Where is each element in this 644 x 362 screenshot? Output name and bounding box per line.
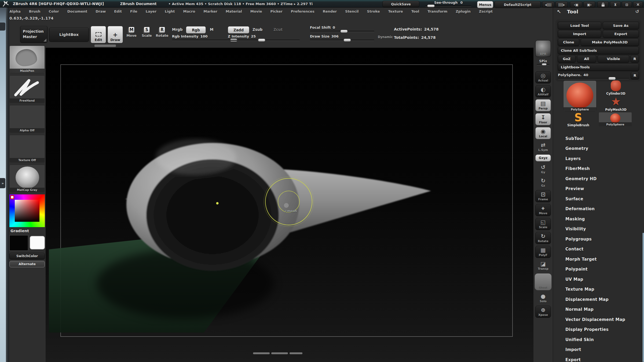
close-button[interactable]: ×	[633, 1, 643, 8]
tool-section-header[interactable]: UV Map	[553, 274, 644, 285]
viewport-control[interactable]: ● Solo	[535, 292, 551, 304]
see-through-slider[interactable]: See-through 0	[425, 1, 471, 7]
menu-item[interactable]: Zplugin	[456, 9, 470, 13]
zcut-toggle[interactable]: Zcut	[273, 27, 283, 32]
scroll-left-button[interactable]: ◂||||	[542, 1, 554, 8]
menu-item[interactable]: Movie	[250, 9, 262, 13]
current-texture-tile[interactable]: Texture Off	[9, 135, 45, 162]
slider-handle[interactable]	[344, 39, 351, 42]
scale-mode-button[interactable]: S Scale	[140, 27, 154, 38]
viewport-control[interactable]: ⌖ Move	[535, 204, 551, 216]
projection-master-button[interactable]: Projection Master	[20, 26, 47, 43]
rotate-mode-button[interactable]: R Rotate	[155, 27, 169, 38]
viewport-control[interactable]: BPR	[535, 40, 551, 57]
panel-collapse-handle[interactable]: »	[0, 178, 5, 188]
viewport-control[interactable]: ◪ Transp	[535, 260, 551, 271]
draw-mode-button[interactable]: + Draw	[108, 26, 123, 43]
tool-section-header[interactable]: Texture Map	[553, 285, 644, 295]
tool-section-header[interactable]: Normal Map	[553, 305, 644, 315]
menu-item[interactable]: File	[130, 9, 137, 13]
tool-section-header[interactable]: Morph Target	[553, 254, 644, 264]
menu-item[interactable]: Texture	[388, 9, 403, 13]
tool-thumb-polymesh3d[interactable]: ★ PolyMesh3D	[600, 96, 631, 112]
canvas-scrollbar-h[interactable]	[253, 352, 302, 354]
menus-button[interactable]: Menus	[477, 1, 493, 8]
lightbox-button[interactable]: LightBox	[49, 28, 89, 42]
tool-section-header[interactable]: Geometry	[553, 144, 644, 154]
dynamic-mode-label[interactable]: Dynamic	[378, 35, 393, 39]
tool-section-header[interactable]: Unified Skin	[553, 335, 644, 345]
viewport-control[interactable]: ↧ Floor	[535, 113, 551, 125]
menu-item[interactable]: Transform	[427, 9, 447, 13]
import-button[interactable]: Import	[558, 30, 601, 38]
goz-button[interactable]: GoZ	[558, 55, 576, 62]
lightbox-tools-button[interactable]: Lightbox▸Tools	[558, 64, 639, 71]
alternate-button[interactable]: Alternate	[9, 261, 45, 267]
menu-item[interactable]: Color	[49, 9, 59, 13]
make-polymesh3d-button[interactable]: Make PolyMesh3D	[581, 39, 639, 46]
zsub-toggle[interactable]: Zsub	[253, 27, 262, 32]
menu-item[interactable]: Layer	[146, 9, 156, 13]
m-toggle[interactable]: M	[210, 27, 213, 32]
tool-section-header[interactable]: Export	[553, 355, 644, 362]
tool-section-header[interactable]: Polypaint	[553, 264, 644, 275]
goz-r-button[interactable]: R	[631, 55, 639, 62]
tool-section-header[interactable]: Surface	[553, 194, 644, 204]
color-picker[interactable]	[9, 194, 45, 227]
switch-color-button[interactable]: SwitchColor	[9, 253, 45, 259]
current-brush-tile[interactable]: MaskPen	[9, 46, 45, 73]
menu-item[interactable]: Picker	[270, 9, 282, 13]
viewport-control[interactable]: ◉ Local	[535, 127, 551, 139]
menu-item[interactable]: Zscript	[479, 9, 493, 13]
window-back-button[interactable]: ‹▣	[570, 1, 582, 8]
tool-section-header[interactable]: Preview	[553, 184, 644, 194]
menu-item[interactable]: Render	[323, 9, 337, 13]
menu-item[interactable]: Stencil	[345, 9, 358, 13]
viewport-control[interactable]: ◎ Actual	[535, 71, 551, 83]
document-canvas[interactable]: +mesh	[46, 48, 533, 362]
saturation-square[interactable]	[15, 200, 39, 222]
tool-thumb-simplebrush[interactable]: S SimpleBrush	[563, 112, 594, 127]
tool-panel-scrollbar[interactable]	[643, 233, 644, 362]
lock-button[interactable]	[597, 1, 609, 8]
tool-section-header[interactable]: Geometry HD	[553, 174, 644, 184]
mrgb-toggle[interactable]: Mrgb	[172, 27, 182, 32]
tool-thumb-polysphere[interactable]: PolySphere	[599, 112, 632, 127]
gradient-label[interactable]: Gradient	[10, 229, 45, 233]
z-intensity-slider[interactable]: Z Intensity 25	[228, 34, 300, 41]
menu-item[interactable]: Stroke	[367, 9, 380, 13]
main-color-swatch[interactable]	[9, 235, 28, 251]
viewport-control[interactable]: ↺ Gy	[535, 163, 551, 175]
menu-item[interactable]: Document	[67, 9, 87, 13]
viewport-control[interactable]: ◱ Scale	[535, 218, 551, 230]
viewport-control[interactable]: ▤ Persp	[535, 99, 551, 111]
menu-item[interactable]: Macro	[183, 9, 195, 13]
goz-all-button[interactable]: All	[577, 55, 596, 62]
tool-section-header[interactable]: SubTool	[553, 134, 644, 144]
viewport-control[interactable]: ◐ AAHalf	[535, 85, 551, 97]
export-button[interactable]: Export	[603, 30, 639, 38]
panel-reload-icon[interactable]: ↺	[635, 9, 639, 14]
window-forward-button[interactable]: ▣›	[583, 1, 595, 8]
viewport-control[interactable]: ⊡ Frame	[535, 190, 551, 202]
menu-item[interactable]: Alpha	[9, 9, 21, 13]
tool-section-header[interactable]: Contact	[553, 244, 644, 254]
slider-handle[interactable]	[341, 30, 348, 33]
selected-tool-thumb[interactable]: PolySphere	[563, 80, 597, 112]
viewport-control[interactable]: Ghost	[535, 273, 552, 290]
viewport-control[interactable]: ↻ Gz	[535, 177, 551, 188]
panel-back-icon[interactable]: ↖	[557, 9, 561, 14]
viewport-control[interactable]: ▦ PolyF	[535, 246, 551, 258]
spix-slider-track[interactable]	[537, 64, 550, 65]
tool-section-header[interactable]: Deformation	[553, 204, 644, 214]
tool-section-header[interactable]: Layers	[553, 154, 644, 164]
menu-item[interactable]: Edit	[114, 9, 122, 13]
menu-item[interactable]: Material	[226, 9, 242, 13]
tool-section-header[interactable]: FiberMesh	[553, 164, 644, 174]
menu-item[interactable]: Light	[165, 9, 175, 13]
default-zscript-button[interactable]: DefaultZScript	[495, 1, 541, 8]
quicksave-button[interactable]: QuickSave	[382, 1, 419, 7]
viewport-control[interactable]: SPix	[535, 59, 551, 69]
viewport-control[interactable]: ↻ Rotate	[535, 232, 551, 244]
see-through-handle[interactable]	[427, 5, 435, 7]
